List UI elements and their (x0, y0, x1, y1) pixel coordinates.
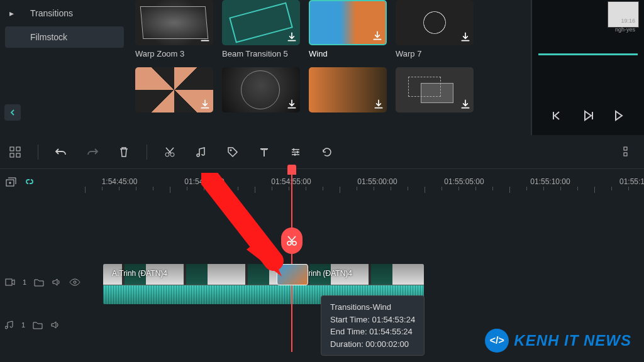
sidebar-label: Filmstock (30, 32, 67, 42)
time-mark: 01:55:10:00 (530, 177, 570, 186)
tooltip-end: End Time: 01:54:55:24 (330, 326, 415, 338)
tag-icon[interactable] (224, 143, 242, 161)
thumb-label: Warp 7 (396, 49, 474, 58)
svg-rect-2 (10, 153, 14, 157)
download-icon[interactable] (286, 99, 297, 110)
thumb-wind[interactable] (309, 0, 387, 45)
download-icon[interactable] (199, 31, 211, 43)
download-icon[interactable] (460, 99, 471, 110)
redo-icon[interactable] (84, 143, 101, 161)
time-ruler[interactable]: 1:54:45:00 01:54:50:00 01:54:55:00 01:55… (85, 169, 644, 194)
folder-icon[interactable] (33, 321, 43, 329)
tooltip-duration: Duration: 00:00:02:00 (330, 338, 415, 351)
apps-icon[interactable] (6, 143, 24, 161)
thumb-warp-zoom-3[interactable] (135, 0, 213, 45)
adjust-icon[interactable] (287, 143, 304, 161)
svg-rect-13 (6, 279, 12, 285)
undo-icon[interactable] (52, 143, 70, 161)
preview-progress[interactable] (538, 53, 638, 55)
download-icon[interactable] (372, 30, 383, 41)
cut-icon[interactable] (161, 143, 179, 161)
transition-tooltip: Transitions-Wind Start Time: 01:54:53:24… (321, 295, 425, 356)
watermark-logo-icon: </> (485, 329, 509, 353)
thumb-warp-7[interactable] (396, 0, 474, 45)
transitions-gallery: Warp Zoom 3 Beam Transition 5 Wind Warp … (129, 0, 531, 135)
tooltip-start: Start Time: 01:54:53:24 (330, 314, 415, 326)
svg-rect-8 (624, 153, 627, 156)
timeline: 1:54:45:00 01:54:50:00 01:54:55:00 01:55… (0, 169, 644, 194)
download-icon[interactable] (199, 99, 211, 110)
separator (38, 145, 38, 160)
timeline-toolbar (0, 135, 644, 169)
add-track-button[interactable] (5, 177, 16, 188)
next-frame-icon[interactable] (612, 109, 626, 123)
video-track-icon (5, 278, 15, 287)
thumb-shutter[interactable] (135, 67, 213, 112)
track-number: 1 (23, 278, 26, 286)
thumb-overlap[interactable] (396, 67, 474, 112)
svg-rect-1 (16, 147, 20, 151)
track-number: 1 (21, 321, 25, 329)
thumb-blur[interactable] (309, 67, 387, 112)
time-mark: 01:55:1 (619, 177, 644, 186)
mute-icon[interactable] (52, 278, 62, 287)
link-icon[interactable] (24, 177, 35, 188)
more-icon[interactable] (620, 143, 638, 161)
time-mark: 01:55:00:00 (357, 177, 397, 186)
delete-icon[interactable] (115, 143, 133, 161)
sidebar-item-transitions[interactable]: ▸ Transitions (5, 3, 124, 24)
svg-rect-0 (10, 147, 14, 151)
clip-name: A.Trinh (ĐATN)4 (112, 269, 167, 278)
svg-point-14 (74, 281, 76, 283)
download-icon[interactable] (373, 99, 384, 110)
play-pause-icon[interactable] (581, 109, 595, 123)
thumb-beam-transition-5[interactable] (222, 0, 300, 45)
thumb-sphere[interactable] (222, 67, 300, 112)
thumb-label: Warp Zoom 3 (135, 49, 213, 58)
music-icon[interactable] (192, 143, 210, 161)
refresh-icon[interactable] (318, 143, 336, 161)
svg-rect-3 (16, 153, 20, 157)
text-icon[interactable] (255, 143, 273, 161)
thumb-label: Wind (309, 49, 387, 58)
prev-frame-icon[interactable] (550, 109, 564, 123)
sidebar-item-filmstock[interactable]: Filmstock (5, 26, 124, 48)
svg-point-6 (230, 149, 232, 151)
mute-icon[interactable] (50, 321, 60, 329)
folder-icon[interactable] (34, 278, 44, 287)
collapse-sidebar-button[interactable] (4, 104, 21, 121)
annotation-arrow (201, 173, 296, 280)
sidebar-label: Transitions (30, 8, 73, 18)
audio-track-icon (5, 321, 14, 329)
preview-name: ngh-yes (615, 26, 635, 33)
watermark-text: KENH IT NEWS (514, 332, 631, 349)
preview-panel: 19:16 ngh-yes (531, 0, 644, 135)
thumb-label: Beam Transition 5 (222, 49, 300, 58)
time-mark: 1:54:45:00 (102, 177, 138, 186)
visibility-icon[interactable] (69, 278, 80, 287)
separator (147, 145, 147, 160)
time-mark: 01:55:05:00 (444, 177, 484, 186)
svg-rect-7 (624, 147, 627, 150)
preview-time: 19:16 (621, 18, 635, 24)
download-icon[interactable] (286, 31, 297, 43)
chevron-right-icon: ▸ (9, 8, 14, 18)
watermark: </> KENH IT NEWS (485, 329, 631, 353)
download-icon[interactable] (460, 31, 471, 43)
tooltip-title: Transitions-Wind (330, 301, 415, 314)
